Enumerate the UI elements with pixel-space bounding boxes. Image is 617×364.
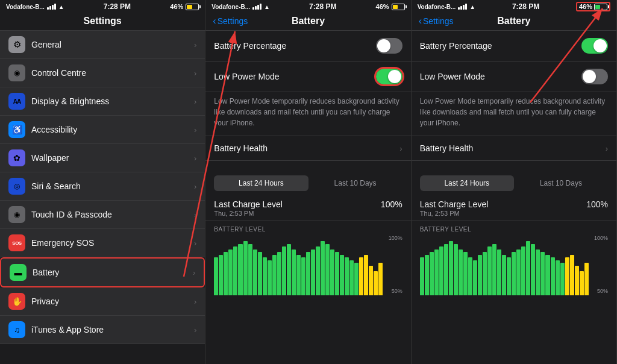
back-label-1: Settings xyxy=(218,16,248,26)
signal-bars-1 xyxy=(47,4,56,10)
bar3 xyxy=(52,5,54,10)
chart-area-1 xyxy=(214,235,383,295)
chart-bar-24 xyxy=(536,249,540,296)
chart-bar-2 xyxy=(430,252,434,295)
chart-bar-10 xyxy=(468,257,472,295)
settings-item-itunes[interactable]: ♫ iTunes & App Store › xyxy=(0,316,205,344)
battery-fill-2 xyxy=(393,5,398,9)
settings-item-access[interactable]: ♿ Accessibility › xyxy=(0,116,205,144)
wallpaper-chevron: › xyxy=(194,154,196,163)
settings-item-general[interactable]: ⚙ General › xyxy=(0,31,205,59)
low-power-toggle-1[interactable] xyxy=(376,69,402,84)
battery-nav-2: ‹ Settings Battery xyxy=(412,13,616,31)
back-label-2: Settings xyxy=(423,16,454,26)
chart-bar-27 xyxy=(551,257,555,295)
chart-bar-8 xyxy=(253,249,257,296)
battery-title-1: Battery xyxy=(292,16,325,27)
battery-content-2: Battery Percentage Low Power Mode Low Po… xyxy=(412,31,616,364)
toggle-thumb-1 xyxy=(377,39,390,52)
battery-box-1 xyxy=(186,4,199,10)
tab-24h-1[interactable]: Last 24 Hours xyxy=(214,175,308,191)
chart-label-100: 100% xyxy=(384,235,402,241)
time-tabs-2: Last 24 Hours Last 10 Days xyxy=(420,175,608,191)
battery-chart-1: 100% 50% xyxy=(214,235,402,295)
chart-bar-23 xyxy=(325,244,330,296)
chart-bar-30 xyxy=(359,257,363,295)
bar1 xyxy=(458,7,460,10)
battery-health-row-1[interactable]: Battery Health › xyxy=(205,136,410,161)
battery-percentage-toggle-2[interactable] xyxy=(581,38,608,54)
chart-bar-31 xyxy=(364,255,368,296)
chart-label-100b: 100% xyxy=(590,235,608,241)
chart-bar-17 xyxy=(296,255,301,296)
chart-bar-6 xyxy=(449,241,453,295)
wallpaper-label: Wallpaper xyxy=(31,153,194,163)
battery-health-row-2[interactable]: Battery Health › xyxy=(412,136,616,161)
chart-bar-5 xyxy=(444,244,448,296)
chart-bar-24 xyxy=(330,249,334,296)
bar2 xyxy=(460,6,462,10)
status-left-2: Vodafone-B... ▲ xyxy=(211,4,270,10)
settings-item-wallpaper[interactable]: ✿ Wallpaper › xyxy=(0,144,205,172)
status-bar-3: Vodafone-B... ▲ 7:28 PM 46% xyxy=(412,0,616,13)
settings-item-control[interactable]: ◉ Control Centre › xyxy=(0,59,205,87)
chart-bar-8 xyxy=(459,249,463,296)
time-label-2: 7:28 PM xyxy=(309,2,336,11)
battery-title-2: Battery xyxy=(497,16,530,27)
settings-panel: Vodafone-B... ▲ 7:28 PM 46% xyxy=(0,0,205,364)
last-charge-2: Last Charge Level 100% Thu, 2:53 PM xyxy=(412,196,616,221)
tab-24h-2[interactable]: Last 24 Hours xyxy=(420,175,514,191)
access-chevron: › xyxy=(194,125,196,134)
settings-item-touch[interactable]: ◉ Touch ID & Passcode › xyxy=(0,201,205,229)
battery-fill-3 xyxy=(595,5,600,9)
bar2 xyxy=(49,6,51,10)
tab-10d-1[interactable]: Last 10 Days xyxy=(308,175,402,191)
settings-item-display[interactable]: AA Display & Brightness › xyxy=(0,87,205,116)
chart-bar-28 xyxy=(349,260,354,296)
chart-bar-0 xyxy=(214,257,218,295)
chart-bar-7 xyxy=(248,244,252,296)
carrier-label-3: Vodafone-B... xyxy=(418,4,456,10)
last-charge-1: Last Charge Level 100% Thu, 2:53 PM xyxy=(205,196,410,221)
sos-label: Emergency SOS xyxy=(31,238,194,248)
settings-item-privacy[interactable]: ✋ Privacy › xyxy=(0,287,205,316)
spacer-1 xyxy=(205,161,410,168)
privacy-label: Privacy xyxy=(31,297,194,306)
battery-percentage-row-1: Battery Percentage xyxy=(205,31,410,61)
privacy-icon: ✋ xyxy=(8,293,25,310)
tab-10d-2[interactable]: Last 10 Days xyxy=(514,175,608,191)
battery-indicator-2 xyxy=(392,4,405,10)
chart-label-50b: 50% xyxy=(590,288,608,294)
chart-bar-3 xyxy=(228,249,233,296)
carrier-label-2: Vodafone-B... xyxy=(211,4,250,10)
battery-pct-3: 46% xyxy=(579,3,592,10)
battery-box-3 xyxy=(594,4,607,10)
settings-item-battery[interactable]: ▬ Battery › xyxy=(0,257,205,287)
back-chevron-1: ‹ xyxy=(213,16,216,27)
status-left-1: Vodafone-B... ▲ xyxy=(6,4,64,10)
low-power-toggle-2[interactable] xyxy=(581,69,608,84)
battery-pct-1: 46% xyxy=(170,3,183,10)
time-tabs-1: Last 24 Hours Last 10 Days xyxy=(214,175,402,191)
battery-percentage-toggle-1[interactable] xyxy=(376,38,402,54)
battery-pct-2: 46% xyxy=(376,3,389,10)
battery-level-title-1: BATTERY LEVEL xyxy=(214,226,402,233)
back-button-1[interactable]: ‹ Settings xyxy=(213,16,248,27)
settings-list: ⚙ General › ◉ Control Centre › AA Displa… xyxy=(0,31,205,364)
chart-bar-13 xyxy=(277,252,281,295)
toggle-thumb-lp-1 xyxy=(388,70,401,83)
last-charge-sub-2: Thu, 2:53 PM xyxy=(420,210,608,217)
battery-health-chevron-2: › xyxy=(606,144,608,153)
chart-bar-19 xyxy=(512,252,516,295)
touch-chevron: › xyxy=(194,210,196,219)
settings-item-siri[interactable]: ◎ Siri & Search › xyxy=(0,172,205,201)
sos-chevron: › xyxy=(194,239,196,248)
chart-bar-15 xyxy=(287,244,291,296)
settings-item-sos[interactable]: SOS Emergency SOS › xyxy=(0,229,205,257)
back-button-2[interactable]: ‹ Settings xyxy=(419,16,454,27)
bars-container-1 xyxy=(214,235,383,295)
wifi-icon-2: ▲ xyxy=(264,4,270,10)
general-icon: ⚙ xyxy=(8,36,25,53)
chart-bar-34 xyxy=(584,263,589,295)
signal-bars-3 xyxy=(458,4,467,10)
